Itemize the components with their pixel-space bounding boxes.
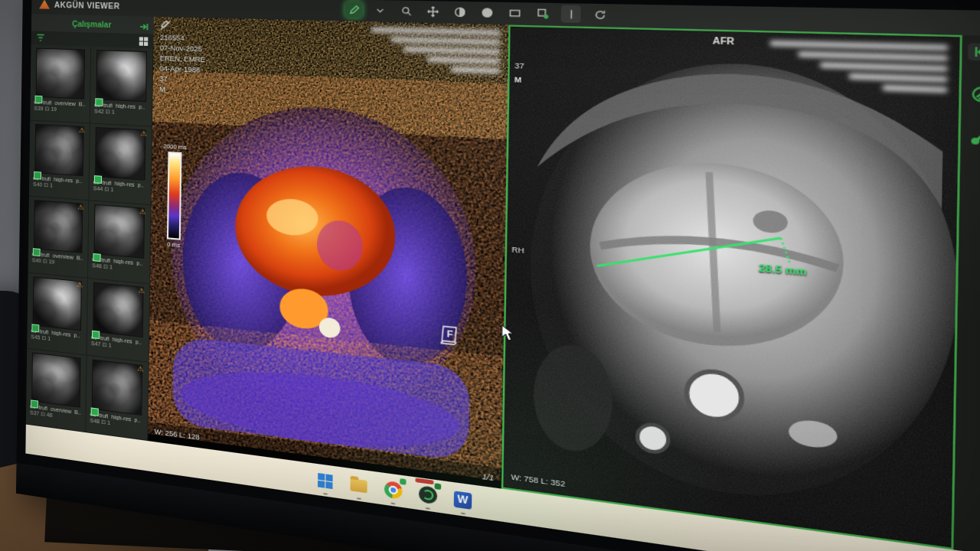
patient-sex-marker: M xyxy=(514,75,522,84)
svg-text:F: F xyxy=(446,328,453,339)
akgun-logo-icon xyxy=(39,0,50,9)
link-series-icon[interactable] xyxy=(965,128,980,146)
word-icon: W xyxy=(454,491,472,509)
series-status-badge xyxy=(31,324,39,332)
series-status-badge xyxy=(94,176,102,184)
series-status-badge xyxy=(31,399,38,408)
series-thumbnail[interactable]: de_trufi_overview_B..S39 ⊡ 19 xyxy=(30,44,91,123)
redacted-text-block xyxy=(769,40,948,93)
warning-icon: ⚠ xyxy=(137,365,144,373)
series-status-badge xyxy=(34,171,41,180)
windows-logo-icon xyxy=(318,473,333,489)
roi-rectangle-tool[interactable] xyxy=(505,4,524,21)
folder-icon xyxy=(350,478,367,492)
thumbnail-image xyxy=(31,352,80,407)
series-thumbnail[interactable]: ⚠de_trufi_high-res_p..S44 ⊡ 1 xyxy=(89,124,152,206)
taskbar-word[interactable]: W xyxy=(452,488,475,512)
series-status-badge xyxy=(93,253,100,262)
study-sidebar: Çalışmalar de_trufi_overview_B..S39 ⊡ 19… xyxy=(26,14,155,441)
main-toolbar xyxy=(345,1,609,23)
series-thumbnail-grid: de_trufi_overview_B..S39 ⊡ 19 de_trufi_h… xyxy=(26,44,154,441)
warning-icon: ⚠ xyxy=(140,130,147,138)
series-thumbnail[interactable]: ⚠de_trufi_overview_B..S40 ⊡ 19 xyxy=(28,197,90,279)
orientation-marker-rh: RH xyxy=(511,246,524,256)
thumbnail-image xyxy=(95,127,146,181)
taskbar-chrome[interactable] xyxy=(382,478,404,501)
thumbnail-image xyxy=(93,282,144,337)
series-status-badge xyxy=(92,331,100,339)
warning-icon: ⚠ xyxy=(78,127,84,135)
screen: AKGÜN VIEWER Çalışmalar xyxy=(25,0,980,551)
thumbnail-image xyxy=(96,50,147,102)
warning-icon: ⚠ xyxy=(77,281,83,289)
warning-icon: ⚠ xyxy=(139,209,146,217)
thumbnail-image xyxy=(34,201,83,254)
viewport-t1-map[interactable]: 216554 07-Nov-2025 EREN, EMRE 04-Apr-198… xyxy=(148,17,509,489)
grid-view-icon[interactable] xyxy=(139,37,149,46)
series-status-badge xyxy=(34,96,42,103)
dropdown-caret-icon[interactable] xyxy=(371,2,389,18)
page-indicator: 1/1 xyxy=(482,472,494,482)
chrome-badge xyxy=(399,478,405,485)
annotate-pencil-tool[interactable] xyxy=(345,1,363,18)
thumbnail-image xyxy=(34,124,83,176)
series-thumbnail[interactable]: ⚠de_trufi_high-res_p..S45 ⊡ 1 xyxy=(27,272,88,355)
series-thumbnail[interactable]: ⚠de_trufi_high-res_p..S47 ⊡ 1 xyxy=(87,279,150,363)
series-thumbnail[interactable]: de_trufi_overview_B..S37 ⊡ 48 xyxy=(26,348,87,432)
patient-age: 37 xyxy=(159,74,205,86)
pan-tool[interactable] xyxy=(423,2,442,20)
window-level-tool[interactable] xyxy=(450,3,469,21)
redacted-text-block xyxy=(371,27,501,74)
app-badge xyxy=(434,483,441,490)
studies-panel-title: Çalışmalar xyxy=(72,19,111,28)
thumbnail-image xyxy=(92,359,143,416)
monitor: AKGÜN VIEWER Çalışmalar xyxy=(16,0,980,551)
studies-panel-header[interactable]: Çalışmalar xyxy=(31,14,154,34)
layout-settings-icon[interactable] xyxy=(533,5,553,22)
thumbnail-image xyxy=(32,276,81,331)
collapse-sidebar-icon[interactable] xyxy=(139,21,149,31)
app-title: AKGÜN VIEWER xyxy=(54,0,120,10)
mouse-cursor xyxy=(501,324,514,347)
invert-tool[interactable] xyxy=(477,4,496,21)
cine-mri-image xyxy=(503,27,959,548)
series-thumbnail[interactable]: ⚠de_trufi_high-res_p..S40 ⊡ 1 xyxy=(29,121,90,201)
hatched-circle-icon[interactable] xyxy=(966,85,980,103)
warning-icon: ⚠ xyxy=(77,204,83,212)
taskbar-file-explorer[interactable] xyxy=(348,474,369,497)
taskbar-screen-share-app[interactable] xyxy=(416,483,439,507)
patient-age-marker: 37 xyxy=(514,61,524,70)
photo-scene: AKGÜN VIEWER Çalışmalar xyxy=(0,0,980,551)
reset-rotate-tool[interactable] xyxy=(590,5,609,24)
colorbar-gradient xyxy=(167,152,182,240)
patient-sex: M xyxy=(159,84,205,96)
thumbnail-image xyxy=(94,204,145,259)
thumbnail-image xyxy=(36,48,86,99)
warning-icon: ⚠ xyxy=(138,287,145,295)
orientation-cube-icon: F xyxy=(439,324,460,348)
t1-colorbar: 2000 ms 0 ms xyxy=(162,142,186,249)
series-status-badge xyxy=(33,248,41,256)
filter-icon[interactable] xyxy=(36,31,44,44)
panel-box-tool[interactable] xyxy=(561,5,581,23)
viewport-cine-afr[interactable]: AFR 37 M RH 28.5 mm W: 758 L: 352 xyxy=(501,24,962,549)
series-thumbnail[interactable]: ⚠de_trufi_high-res_p..S48 ⊡ 1 xyxy=(86,355,149,441)
series-status-badge xyxy=(91,407,99,416)
series-thumbnail[interactable]: ⚠de_trufi_high-res_p..S46 ⊡ 1 xyxy=(88,201,152,284)
zoom-tool[interactable] xyxy=(397,2,415,20)
series-status-badge xyxy=(95,98,103,106)
series-thumbnail[interactable]: de_trufi_high-res_p..S42 ⊡ 1 xyxy=(90,47,154,127)
taskbar-start-button[interactable] xyxy=(315,469,336,492)
annotations-hidden-icon[interactable] xyxy=(160,20,171,34)
colorbar-max-label: 2000 ms xyxy=(163,142,187,151)
collapse-panel-button[interactable] xyxy=(967,43,980,61)
